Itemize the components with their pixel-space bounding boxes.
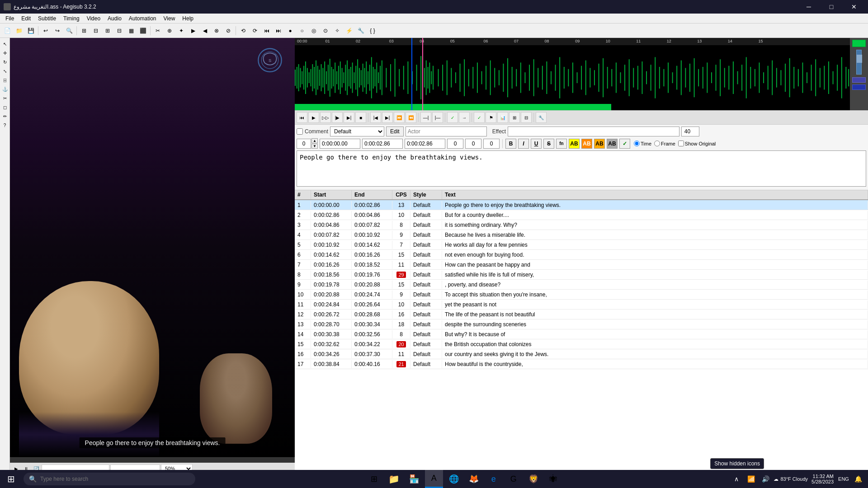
fn-button[interactable]: fn <box>556 139 567 149</box>
waveform-btn1[interactable] <box>852 40 866 47</box>
radio-frame-label[interactable]: Frame <box>654 141 675 146</box>
minimize-button[interactable]: ─ <box>798 0 819 14</box>
search-input[interactable] <box>40 476 190 482</box>
tb10[interactable]: ▶ <box>188 25 198 36</box>
radio-frame[interactable] <box>654 141 660 146</box>
table-row[interactable]: 10 0:00:20.88 0:00:24.74 9 Default To ac… <box>295 290 868 300</box>
table-row[interactable]: 14 0:00:30.38 0:00:32.56 8 Default But w… <box>295 329 868 339</box>
taskbar-google[interactable]: G <box>505 470 523 488</box>
table-row[interactable]: 13 0:00:28.70 0:00:30.34 18 Default desp… <box>295 319 868 329</box>
menu-edit[interactable]: Edit <box>18 14 34 23</box>
wt-check2[interactable]: ✓ <box>474 112 485 123</box>
show-original-checkbox[interactable] <box>678 141 684 146</box>
show-original-label[interactable]: Show Original <box>678 141 716 146</box>
table-row[interactable]: 9 0:00:19.78 0:00:20.88 15 Default , pov… <box>295 280 868 290</box>
menu-audio[interactable]: Audio <box>104 14 125 23</box>
table-row[interactable]: 6 0:00:14.62 0:00:16.26 15 Default not e… <box>295 250 868 260</box>
tool-clip[interactable]: ✂ <box>1 94 9 102</box>
tool-select[interactable]: ↖ <box>1 40 9 48</box>
taskbar-chrome[interactable]: 🌐 <box>445 470 463 488</box>
actor-input[interactable] <box>406 127 487 136</box>
wt-play2[interactable]: ▷▷ <box>320 112 331 123</box>
tb13[interactable]: ⊘ <box>223 25 234 36</box>
wt-play4[interactable]: ▶| <box>344 112 354 123</box>
subtitle-list[interactable]: # Start End CPS Style Text 1 0:00:00.00 … <box>295 190 868 474</box>
taskbar-file-explorer[interactable]: 📁 <box>385 470 403 488</box>
open-button[interactable]: 📁 <box>14 25 24 36</box>
tool-scale[interactable]: ⤡ <box>1 67 9 75</box>
table-row[interactable]: 17 0:00:38.84 0:00:40.16 21 Default How … <box>295 359 868 369</box>
end-time-input[interactable] <box>362 139 403 149</box>
table-row[interactable]: 4 0:00:07.82 0:00:10.92 9 Default Becaus… <box>295 230 868 240</box>
subtitle-text-area[interactable]: People go there to enjoy the breathtakin… <box>297 150 866 187</box>
margin-r-input[interactable] <box>465 139 481 149</box>
table-row[interactable]: 15 0:00:32.62 0:00:34.22 20 Default the … <box>295 339 868 349</box>
menu-file[interactable]: File <box>2 14 18 23</box>
taskbar-brave[interactable]: 🦁 <box>524 470 542 488</box>
color1-button[interactable]: AB <box>569 139 580 149</box>
color2-button[interactable]: AB <box>581 139 592 149</box>
tool-rclip[interactable]: ◻ <box>1 103 9 111</box>
tb2[interactable]: ⊟ <box>90 25 101 36</box>
tool-draw[interactable]: ✏ <box>1 112 9 120</box>
wt-step-back[interactable]: |◀ <box>370 112 381 123</box>
strikethrough-button[interactable]: S <box>543 139 554 149</box>
tb20[interactable]: ◎ <box>308 25 319 36</box>
wt-stop[interactable]: ■ <box>355 112 366 123</box>
comment-checkbox[interactable] <box>297 128 303 135</box>
wt-check[interactable]: ✓ <box>447 112 458 123</box>
color4-button[interactable]: AB <box>607 139 618 149</box>
wt-play[interactable]: ▶ <box>308 112 319 123</box>
table-row[interactable]: 5 0:00:10.92 0:00:14.62 7 Default He wor… <box>295 240 868 250</box>
menu-help[interactable]: Help <box>179 14 197 23</box>
tb16[interactable]: ⏮ <box>261 25 272 36</box>
tb3[interactable]: ⊞ <box>102 25 113 36</box>
start-button[interactable]: ⊞ <box>0 470 22 488</box>
tb7[interactable]: ✂ <box>152 25 163 36</box>
network-icon[interactable]: 📶 <box>745 473 757 485</box>
color3-button[interactable]: AB <box>594 139 605 149</box>
table-row[interactable]: 12 0:00:26.72 0:00:28.68 16 Default The … <box>295 310 868 319</box>
menu-subtitle[interactable]: Subtitle <box>34 14 60 23</box>
table-row[interactable]: 2 0:00:02.86 0:00:04.86 10 Default But f… <box>295 210 868 220</box>
tool-move[interactable]: ✛ <box>1 49 9 57</box>
radio-time[interactable] <box>634 141 640 146</box>
tb19[interactable]: ○ <box>297 25 307 36</box>
wt-prev[interactable]: ⏮ <box>297 112 307 123</box>
redo-button[interactable]: ↪ <box>52 25 63 36</box>
margin-l-input[interactable] <box>447 139 463 149</box>
wt-nav[interactable]: → <box>459 112 470 123</box>
wt-chart[interactable]: 📊 <box>497 112 508 123</box>
tb5[interactable]: ▦ <box>126 25 137 36</box>
notification-icon[interactable]: 🔔 <box>852 473 864 485</box>
taskbar-aegisub[interactable]: A <box>425 470 443 488</box>
wt-grid[interactable]: ⊞ <box>509 112 520 123</box>
new-button[interactable]: 📄 <box>2 25 13 36</box>
tb14[interactable]: ⟲ <box>238 25 249 36</box>
waveform-btn2[interactable] <box>852 77 866 83</box>
wt-zoom-out[interactable]: |— <box>432 112 443 123</box>
taskbar-store[interactable]: 🏪 <box>405 470 423 488</box>
tool-anchor[interactable]: ⚓ <box>1 85 9 93</box>
tb9[interactable]: ✦ <box>176 25 187 36</box>
wt-faster[interactable]: ⏩ <box>394 112 405 123</box>
taskbar-edge[interactable]: e <box>485 470 503 488</box>
menu-video[interactable]: Video <box>83 14 104 23</box>
tb15[interactable]: ⟳ <box>250 25 260 36</box>
wt-step-fwd[interactable]: ▶| <box>382 112 393 123</box>
tb24[interactable]: 🔧 <box>355 25 366 36</box>
taskbar-firefox[interactable]: 🦊 <box>465 470 483 488</box>
wt-flag[interactable]: ⚑ <box>486 112 496 123</box>
effect-input[interactable] <box>508 127 679 136</box>
margin-v-input[interactable] <box>483 139 500 149</box>
show-hidden-icons[interactable]: ∧ <box>730 473 743 485</box>
bold-button[interactable]: B <box>505 139 516 149</box>
table-row[interactable]: 11 0:00:24.84 0:00:26.64 10 Default yet … <box>295 300 868 310</box>
tb23[interactable]: ⚡ <box>344 25 354 36</box>
taskbar-multitask[interactable]: ⊞ <box>365 470 383 488</box>
tool-unknown[interactable]: ? <box>1 121 9 129</box>
close-button[interactable]: ✕ <box>844 0 864 14</box>
waveform-vslider[interactable] <box>856 50 862 75</box>
save-button[interactable]: 💾 <box>25 25 36 36</box>
wt-play3[interactable]: |▶ <box>332 112 343 123</box>
